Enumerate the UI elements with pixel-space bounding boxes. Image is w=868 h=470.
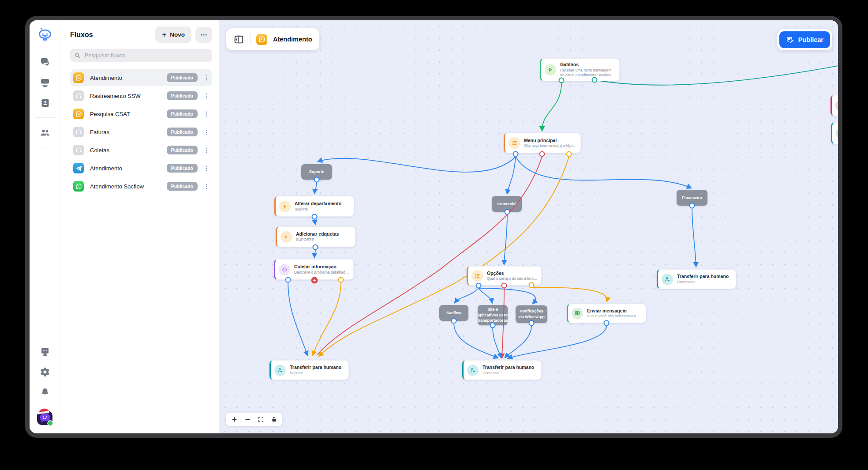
flow-item-label: Faturas bbox=[90, 129, 109, 135]
node-description: Suporte bbox=[290, 371, 345, 376]
node-transferir-comercial[interactable]: Transferir para humanoComercial bbox=[462, 360, 542, 380]
connection-port[interactable] bbox=[513, 151, 519, 157]
flow-item-label: Atendimento Sacflow bbox=[90, 183, 144, 190]
connection-port[interactable] bbox=[592, 77, 598, 83]
transfer-icon bbox=[467, 365, 479, 376]
node-description: Suporte bbox=[295, 207, 350, 212]
bell-icon[interactable] bbox=[40, 387, 50, 398]
flow-list-item[interactable]: FaturasPublicado⋮ bbox=[70, 124, 212, 140]
circle-icon bbox=[836, 128, 838, 139]
node-title: Coletar informação bbox=[294, 264, 350, 270]
kebab-menu-icon[interactable]: ⋮ bbox=[203, 165, 210, 172]
connection-port[interactable] bbox=[501, 283, 507, 289]
connection-port[interactable] bbox=[338, 277, 344, 283]
node-description: Financeiro bbox=[677, 280, 732, 285]
error-port[interactable]: + bbox=[311, 277, 318, 284]
node-description: Vi que você não selecionou o servi... bbox=[587, 314, 642, 319]
kebab-menu-icon[interactable]: ⋮ bbox=[203, 74, 210, 81]
new-flow-button[interactable]: + Novo bbox=[155, 26, 191, 43]
node-title: Opções bbox=[487, 271, 538, 277]
flow-list-item[interactable]: ColetasPublicado⋮ bbox=[70, 142, 212, 158]
connection-port[interactable] bbox=[476, 283, 482, 289]
connection-port[interactable] bbox=[539, 151, 545, 157]
lock-icon[interactable] bbox=[269, 414, 279, 425]
app-logo[interactable] bbox=[37, 26, 53, 42]
flow-title: Atendimento bbox=[273, 36, 312, 43]
flow-list-item[interactable]: Rastreamento SSWPublicado⋮ bbox=[70, 87, 212, 104]
status-badge: Publicado bbox=[167, 91, 198, 100]
connection-port[interactable] bbox=[314, 177, 320, 183]
connection-port[interactable] bbox=[285, 277, 291, 283]
headset-icon bbox=[73, 145, 84, 155]
node-title: Gatilhos bbox=[560, 62, 616, 68]
flow-item-label: Pesquisa CSAT bbox=[90, 111, 130, 117]
more-options-button[interactable]: ⋯ bbox=[195, 27, 212, 43]
search-input[interactable] bbox=[84, 52, 208, 59]
plus-icon: + bbox=[162, 30, 166, 39]
whatsapp-amber-icon bbox=[73, 72, 84, 83]
node-description: Olá, seja bem-vindo(a) à Hyerdev. ... bbox=[524, 143, 577, 148]
collapse-panel-icon[interactable] bbox=[233, 34, 244, 45]
publish-icon bbox=[786, 36, 794, 44]
node-description: SUPORTE bbox=[296, 237, 352, 242]
list-icon bbox=[509, 137, 520, 149]
node-title: Transferir para humano bbox=[290, 365, 345, 371]
whatsapp-amber-icon bbox=[73, 109, 84, 119]
flow-list-item[interactable]: AtendimentoPublicado⋮ bbox=[70, 69, 212, 86]
screen-icon[interactable] bbox=[40, 77, 50, 88]
kebab-menu-icon[interactable]: ⋮ bbox=[203, 128, 210, 135]
kebab-menu-icon[interactable]: ⋮ bbox=[203, 183, 210, 190]
connection-port[interactable] bbox=[566, 151, 572, 157]
status-badge: Publicado bbox=[167, 109, 198, 118]
flow-list-item[interactable]: Pesquisa CSATPublicado⋮ bbox=[70, 105, 212, 122]
flow-item-label: Coletas bbox=[90, 147, 109, 154]
flow-item-label: Atendimento bbox=[90, 75, 122, 81]
play-icon bbox=[545, 64, 556, 75]
divider bbox=[35, 117, 55, 118]
connection-port[interactable] bbox=[312, 214, 318, 220]
node-menu-principal[interactable]: Menu principalOlá, seja bem-vindo(a) à H… bbox=[504, 133, 581, 153]
connection-port[interactable] bbox=[490, 323, 496, 328]
node-gatilhos[interactable]: GatilhosReceber uma nova mensagem no can… bbox=[540, 58, 620, 81]
publish-button[interactable]: Publicar bbox=[779, 31, 830, 48]
fit-view-icon[interactable] bbox=[255, 414, 266, 425]
chat-icon[interactable] bbox=[40, 57, 50, 68]
zoom-in-icon[interactable] bbox=[229, 414, 239, 425]
connection-port[interactable] bbox=[313, 244, 318, 250]
transfer-icon bbox=[274, 365, 286, 376]
gear-icon[interactable] bbox=[40, 367, 50, 377]
node-transferir-financeiro[interactable]: Transferir para humanoFinanceiro bbox=[657, 269, 736, 289]
node-clipped-teal[interactable] bbox=[831, 122, 838, 144]
connection-port[interactable] bbox=[559, 78, 565, 83]
connection-port[interactable] bbox=[529, 320, 535, 326]
kebab-menu-icon[interactable]: ⋮ bbox=[203, 147, 210, 154]
flow-list-item[interactable]: Atendimento SacflowPublicado⋮ bbox=[70, 178, 212, 195]
connection-port[interactable] bbox=[689, 203, 695, 209]
app-content: Fluxos + Novo ⋯ AtendimentoPublicado⋮Ras… bbox=[30, 20, 838, 433]
status-badge: Publicado bbox=[167, 164, 198, 173]
contact-card-icon[interactable] bbox=[40, 98, 50, 108]
connection-port[interactable] bbox=[505, 209, 510, 215]
node-title: Alterar departamento bbox=[295, 201, 350, 207]
flows-panel-header: Fluxos + Novo ⋯ bbox=[70, 26, 212, 43]
divider bbox=[250, 34, 251, 45]
kebab-menu-icon[interactable]: ⋮ bbox=[203, 92, 210, 99]
kebab-menu-icon[interactable]: ⋮ bbox=[203, 110, 210, 117]
flow-canvas[interactable]: GatilhosReceber uma nova mensagem no can… bbox=[219, 20, 838, 433]
connection-port[interactable] bbox=[529, 282, 535, 288]
connection-port[interactable] bbox=[451, 318, 457, 324]
connection-port[interactable] bbox=[604, 320, 610, 326]
flow-list-item[interactable]: AtendimentoPublicado⋮ bbox=[70, 160, 212, 177]
kiosk-icon[interactable] bbox=[40, 346, 50, 357]
zoom-out-icon[interactable] bbox=[242, 414, 253, 425]
node-clipped-pink[interactable] bbox=[831, 95, 838, 116]
transfer-icon bbox=[662, 274, 673, 285]
publish-label: Publicar bbox=[798, 36, 823, 43]
status-badge: Publicado bbox=[167, 182, 198, 191]
node-transferir-suporte[interactable]: Transferir para humanoSuporte bbox=[269, 360, 349, 380]
user-avatar[interactable] bbox=[35, 407, 55, 426]
flow-list: AtendimentoPublicado⋮Rastreamento SSWPub… bbox=[70, 69, 212, 195]
users-icon[interactable] bbox=[40, 127, 50, 138]
canvas-header: Atendimento bbox=[226, 28, 319, 50]
node-title: Menu principal bbox=[524, 138, 577, 144]
